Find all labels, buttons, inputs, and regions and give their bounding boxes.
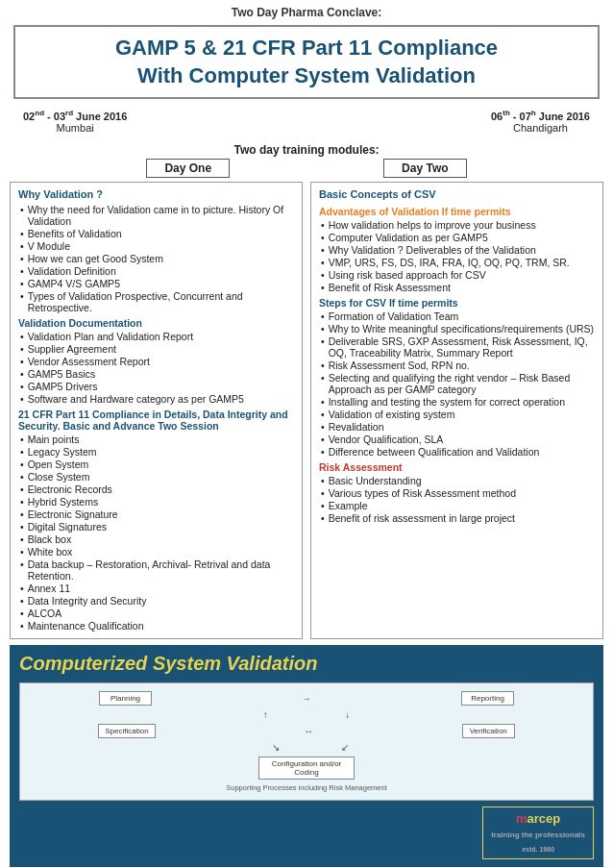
logo-estd: estd. 1980 [522, 846, 554, 853]
bottom-section: Computerized System Validation Planning … [10, 645, 603, 867]
day-one-title: Why Validation ? [18, 188, 294, 200]
logo-name: marcep training the professionals estd. … [491, 811, 585, 855]
training-header: Two day training modules: [0, 139, 613, 159]
list-item: •Electronic Records [18, 484, 294, 495]
logo-tagline: training the professionals [491, 831, 585, 839]
list-item: •Using risk based approach for CSV [319, 269, 595, 281]
section2-title: Validation Documentation [18, 317, 294, 329]
list-item: •Benefit of risk assessment in large pro… [319, 512, 595, 524]
list-item: •GAMP4 V/S GAMP5 [18, 278, 294, 289]
list-item: •Legacy System [18, 446, 294, 458]
day-two-subtitle: Advantages of Validation If time permits [319, 206, 595, 217]
csv-box-title: Computerized System Validation [19, 653, 594, 675]
list-item: •Vendor Qualification, SLA [319, 434, 595, 445]
date-right: 06th - 07h June 2016 Chandigarh [491, 109, 590, 134]
diagram-arrow2: ↔ [304, 724, 313, 738]
diagram-specification: Specification [98, 724, 155, 738]
list-item: •White box [18, 546, 294, 558]
list-item: •ALCOA [18, 608, 294, 619]
list-item: •Open System [18, 459, 294, 470]
list-item: •GAMP5 Drivers [18, 381, 294, 392]
top-header: Two Day Pharma Conclave: [0, 0, 613, 21]
list-item: •Formation of Validation Team [319, 310, 595, 322]
list-item: •GAMP5 Basics [18, 368, 294, 380]
list-item: •Various types of Risk Assessment method [319, 487, 595, 499]
list-item: •Computer Validation as per GAMP5 [319, 232, 595, 243]
list-item: •Types of Validation Prospective, Concur… [18, 290, 294, 313]
list-item: •Annex 11 [18, 583, 294, 594]
list-item: •Data Integrity and Security [18, 595, 294, 607]
csv-diagram: Planning → Reporting ↑ ↓ Specification ↔… [19, 682, 594, 801]
list-item: •Risk Assessment Sod, RPN no. [319, 360, 595, 371]
list-item: •Maintenance Qualification [18, 620, 294, 632]
list-item: •Digital Signatures [18, 521, 294, 533]
list-item: •Difference between Qualification and Va… [319, 446, 595, 458]
main-title: GAMP 5 & 21 CFR Part 11 Compliance With … [25, 35, 588, 89]
list-item: •Revalidation [319, 421, 595, 433]
diagram-center: Configuration and/or Coding [258, 756, 355, 780]
title-box: GAMP 5 & 21 CFR Part 11 Compliance With … [13, 25, 600, 99]
date-left: 02nd - 03rd June 2016 Mumbai [23, 109, 127, 134]
list-item: •Benefit of Risk Assessment [319, 282, 595, 293]
csv-box: Computerized System Validation Planning … [10, 645, 603, 867]
list-item: •Validation Plan and Validation Report [18, 331, 294, 342]
diagram-reporting: Reporting [461, 691, 514, 706]
list-item: •VMP, URS, FS, DS, IRA, FRA, IQ, OQ, PQ,… [319, 257, 595, 268]
tab-day-two[interactable]: Day Two [383, 159, 466, 178]
diagram-footer: Supporting Processes including Risk Mana… [24, 783, 589, 792]
list-item: •Vendor Assessment Report [18, 356, 294, 367]
day-two-title: Basic Concepts of CSV [319, 188, 436, 200]
list-item: •Why Validation ? Deliverables of the Va… [319, 244, 595, 256]
tab-day-one[interactable]: Day One [146, 159, 230, 178]
section2-title: Steps for CSV If time permits [319, 297, 595, 309]
list-item: •Main points [18, 434, 294, 445]
list-item: •Basic Understanding [319, 475, 595, 486]
list-item: •Example [319, 500, 595, 511]
columns: Why Validation ? •Why the need for Valid… [10, 182, 603, 639]
list-item: •How validation helps to improve your bu… [319, 219, 595, 231]
day-one-column: Why Validation ? •Why the need for Valid… [10, 182, 303, 639]
list-item: •Black box [18, 533, 294, 545]
diagram-planning: Planning [99, 691, 152, 706]
day-tabs: Day One Day Two [0, 159, 613, 178]
list-item: •Benefits of Validation [18, 228, 294, 239]
logo-box: marcep training the professionals estd. … [482, 806, 594, 859]
list-item: •Close System [18, 471, 294, 483]
logo-area: marcep training the professionals estd. … [19, 806, 594, 859]
list-item: •Validation Definition [18, 265, 294, 277]
diagram-arrow: → [302, 691, 311, 706]
list-item: •How we can get Good System [18, 253, 294, 264]
list-item: •Data backup – Restoration, Archival- Re… [18, 558, 294, 582]
day-two-column: Basic Concepts of CSV Advantages of Vali… [310, 182, 603, 639]
list-item: •Why to Write meaningful specifications/… [319, 323, 595, 335]
section3-title: 21 CFR Part 11 Compliance in Details, Da… [18, 409, 294, 432]
list-item: •Validation of existing system [319, 409, 595, 420]
list-item: •Why the need for Validation came in to … [18, 204, 294, 227]
list-item: •Selecting and qualifying the right vend… [319, 372, 595, 395]
section3-title: Risk Assessment [319, 461, 595, 473]
date-row: 02nd - 03rd June 2016 Mumbai 06th - 07h … [0, 103, 613, 139]
list-item: •Software and Hardware category as per G… [18, 393, 294, 405]
list-item: •Deliverable SRS, GXP Assessment, Risk A… [319, 335, 595, 359]
list-item: •Hybrid Systems [18, 496, 294, 508]
diagram-verification: Verification [462, 724, 515, 738]
list-item: •Electronic Signature [18, 508, 294, 520]
list-item: •Supplier Agreement [18, 343, 294, 355]
list-item: •V Module [18, 240, 294, 252]
list-item: •Installing and testing the system for c… [319, 396, 595, 408]
